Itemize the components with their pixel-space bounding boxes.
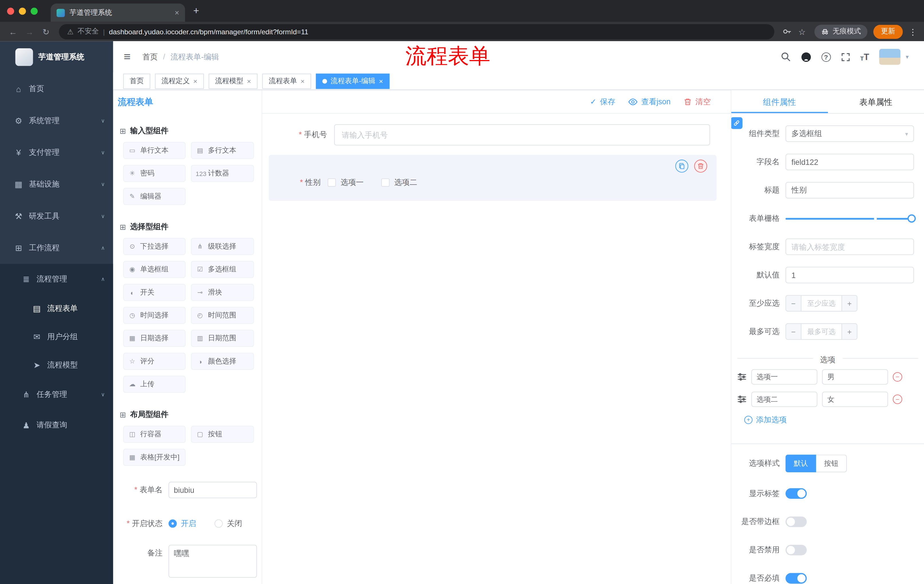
option-name-input[interactable] [751,392,817,407]
tag-close-icon[interactable]: × [247,77,251,85]
palette-item[interactable]: ▥日期范围 [191,330,254,347]
sidebar-item-process-model[interactable]: ➤ 流程模型 [0,351,113,379]
link-button[interactable] [731,117,742,129]
tag-home[interactable]: 首页 [123,73,150,89]
palette-item[interactable]: ◉单选框组 [123,261,186,278]
palette-item[interactable]: ◑颜色选择 [191,353,254,370]
tab-component-props[interactable]: 组件属性 [731,90,828,113]
new-tab-button[interactable]: + [193,5,199,17]
decrement-button[interactable]: − [786,324,802,339]
sidebar-item-leave-query[interactable]: ♟ 请假查询 [0,410,113,441]
hamburger-button[interactable]: ≡ [124,50,130,63]
palette-item[interactable]: ⋔级联选择 [191,238,254,255]
tag-close-icon[interactable]: × [300,77,304,85]
disabled-toggle[interactable] [785,545,807,555]
option-value-input[interactable] [822,392,888,407]
browser-tab[interactable]: 芋道管理系统 × [51,3,185,22]
tag-close-icon[interactable]: × [193,77,197,85]
label-width-input[interactable] [785,239,914,255]
sidebar-item-home[interactable]: ⌂ 首页 [0,73,113,105]
profile-caret-icon[interactable]: ▾ [906,54,909,60]
bookmark-star-icon[interactable]: ☆ [795,27,808,36]
status-radio-on[interactable] [169,520,177,528]
sidebar-item-payment[interactable]: ¥ 支付管理 ∨ [0,137,113,168]
palette-item[interactable]: ▤多行文本 [191,142,254,159]
component-type-select[interactable]: 多选框组 ▾ [785,125,914,142]
palette-item[interactable]: ▢按钮 [191,426,254,443]
required-toggle[interactable] [785,573,807,584]
sidebar-item-infrastructure[interactable]: ▦ 基础设施 ∨ [0,169,113,200]
gender-option1-label[interactable]: 选项一 [340,177,363,188]
forward-button[interactable]: → [22,27,36,36]
zoom-window-button[interactable] [31,7,38,15]
save-button[interactable]: ✓ 保存 [590,96,615,107]
font-size-icon[interactable]: TT [860,52,869,62]
sidebar-item-system[interactable]: ⚙ 系统管理 ∨ [0,105,113,137]
clear-button[interactable]: 清空 [683,96,711,107]
sidebar-item-process-form[interactable]: ▤ 流程表单 [0,294,113,323]
sidebar-item-user-group[interactable]: ✉ 用户分组 [0,323,113,351]
option-value-input[interactable] [822,369,888,385]
palette-item[interactable]: ▦日期选择 [123,330,186,347]
palette-item[interactable]: ◴时间范围 [191,307,254,324]
view-json-button[interactable]: 查看json [629,96,671,107]
gender-option1-checkbox[interactable] [328,179,336,187]
slider-handle[interactable] [908,214,916,222]
update-button[interactable]: 更新 [873,25,903,39]
palette-item[interactable]: ◫行容器 [123,426,186,443]
sidebar-item-workflow[interactable]: ⊞ 工作流程 ∧ [0,232,113,264]
selected-component[interactable]: 性别 选项一 选项二 [269,155,717,201]
copy-button[interactable] [675,160,688,173]
palette-item[interactable]: ▦表格[开发中] [123,449,186,466]
option-name-input[interactable] [751,369,817,385]
palette-item[interactable]: ☆评分 [123,353,186,370]
fullscreen-icon[interactable] [841,52,850,61]
palette-item[interactable]: ☁上传 [123,376,186,393]
style-button-button[interactable]: 按钮 [816,454,847,472]
gender-option2-label[interactable]: 选项二 [394,177,417,188]
border-toggle[interactable] [785,517,807,527]
sidebar-item-task-management[interactable]: ⋔ 任务管理 ∨ [0,379,113,410]
search-icon[interactable] [780,52,790,62]
palette-item[interactable]: ✳密码 [123,165,186,182]
github-icon[interactable] [801,51,811,62]
remark-textarea[interactable]: 嘿嘿 [169,545,257,578]
reload-button[interactable]: ↻ [39,27,53,36]
show-label-toggle[interactable] [785,488,807,499]
gender-option2-checkbox[interactable] [381,179,390,187]
palette-item[interactable]: ◷时间选择 [123,307,186,324]
tag-close-icon[interactable]: × [379,77,383,85]
remove-option-button[interactable]: − [893,395,902,404]
palette-item[interactable]: ▭单行文本 [123,142,186,159]
phone-input[interactable] [334,124,710,145]
palette-item[interactable]: ✎编辑器 [123,188,186,205]
tab-close-icon[interactable]: × [175,8,179,17]
tag-process-definition[interactable]: 流程定义 × [155,73,204,89]
address-bar[interactable]: ⚠ 不安全 | dashboard.yudao.iocoder.cn/bpm/m… [59,24,774,39]
back-button[interactable]: ← [6,27,20,36]
status-on-label[interactable]: 开启 [181,518,196,529]
tag-process-model[interactable]: 流程模型 × [209,73,257,89]
increment-button[interactable]: + [842,324,857,339]
palette-item[interactable]: 123计数器 [191,165,254,182]
increment-button[interactable]: + [842,296,857,311]
minimize-window-button[interactable] [19,7,26,15]
palette-item[interactable]: ⊸滑块 [191,284,254,301]
add-option-button[interactable]: + 添加选项 [744,415,924,425]
key-icon[interactable] [780,27,793,36]
sidebar-item-process-management[interactable]: ≣ 流程管理 ∧ [0,264,113,294]
style-default-button[interactable]: 默认 [785,454,816,472]
form-name-input[interactable] [169,482,257,498]
remove-option-button[interactable]: − [893,372,902,382]
decrement-button[interactable]: − [786,296,802,311]
browser-menu-button[interactable]: ⋮ [908,27,918,36]
palette-item[interactable]: ☑多选框组 [191,261,254,278]
tab-form-props[interactable]: 表单属性 [828,90,924,113]
delete-button[interactable] [694,160,707,173]
field-name-input[interactable] [785,154,914,170]
palette-item[interactable]: ⊙下拉选择 [123,238,186,255]
drag-sliders-icon[interactable] [737,395,747,404]
drag-sliders-icon[interactable] [737,372,747,382]
breadcrumb-home[interactable]: 首页 [142,51,158,62]
form-grid-slider[interactable] [785,210,914,227]
